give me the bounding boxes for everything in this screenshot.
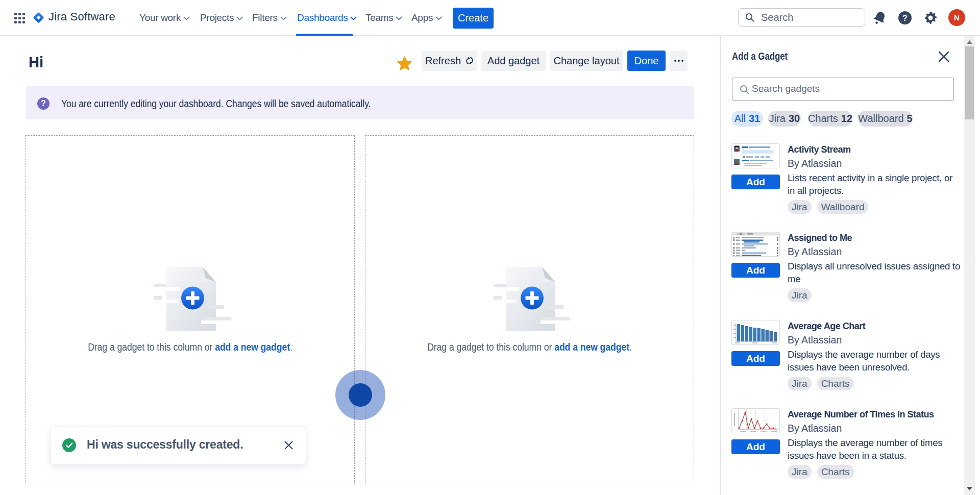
svg-text:?: ? bbox=[902, 14, 908, 22]
